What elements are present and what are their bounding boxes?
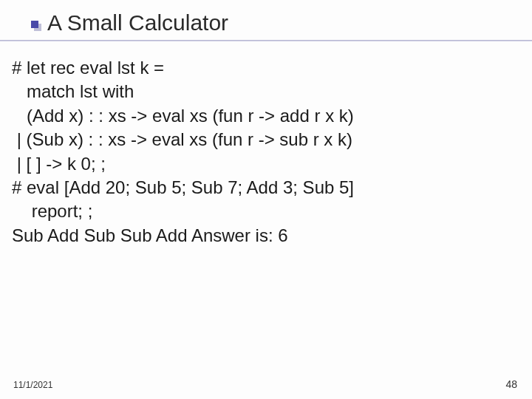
slide-title: A Small Calculator [47, 10, 228, 35]
title-bullet-icon [31, 21, 38, 28]
footer-page-number: 48 [505, 378, 517, 390]
code-line: | [ ] -> k 0; ; [12, 152, 520, 176]
slide-body: # let rec eval lst k = match lst with (A… [12, 56, 520, 248]
code-line: # eval [Add 20; Sub 5; Sub 7; Add 3; Sub… [12, 176, 520, 200]
code-line: (Add x) : : xs -> eval xs (fun r -> add … [12, 104, 520, 128]
title-underline [0, 40, 532, 41]
code-line: Sub Add Sub Sub Add Answer is: 6 [12, 224, 520, 248]
footer-date: 11/1/2021 [13, 380, 52, 390]
slide-title-wrap: A Small Calculator [47, 10, 228, 35]
code-line: match lst with [12, 80, 520, 103]
code-line: # let rec eval lst k = [12, 56, 520, 80]
code-line: report; ; [12, 200, 520, 223]
code-line: | (Sub x) : : xs -> eval xs (fun r -> su… [12, 128, 520, 151]
